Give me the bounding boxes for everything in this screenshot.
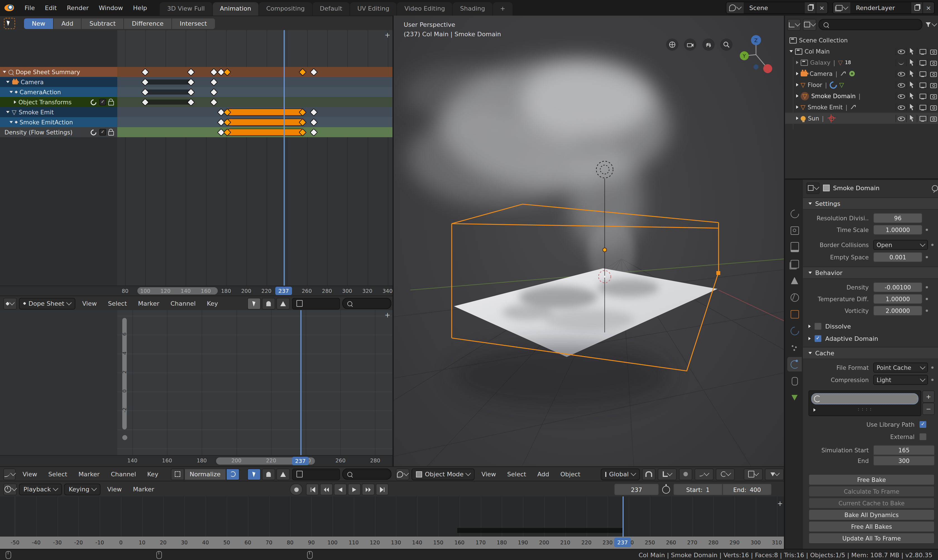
simulation-end-field[interactable]: 300 <box>873 456 935 466</box>
tab-render[interactable] <box>787 223 802 238</box>
add-icon[interactable]: + <box>777 500 783 508</box>
section-settings[interactable]: Settings <box>803 197 938 210</box>
selectable-icon[interactable] <box>908 92 915 100</box>
animate-dot[interactable] <box>931 366 933 369</box>
normalize-button[interactable]: Normalize <box>184 468 226 480</box>
animate-dot[interactable] <box>926 256 928 258</box>
animate-dot[interactable] <box>926 286 928 288</box>
animate-dot[interactable] <box>931 244 933 246</box>
current-cache-to-bake-button[interactable]: Current Cache to Bake <box>808 497 935 509</box>
keyframe[interactable] <box>210 78 218 86</box>
cache-add-button[interactable]: + <box>923 391 935 403</box>
zoom-handle[interactable] <box>122 435 127 440</box>
disclosure-icon[interactable] <box>808 325 811 328</box>
calculate-to-frame-button[interactable]: Calculate To Frame <box>808 486 935 497</box>
snap-toggle[interactable] <box>642 468 656 480</box>
disclosure-icon[interactable] <box>14 100 16 104</box>
hide-icon[interactable] <box>898 70 905 77</box>
compression-dropdown[interactable]: Light <box>873 375 928 385</box>
hide-icon[interactable] <box>898 81 905 88</box>
menu-view[interactable]: View <box>477 471 501 478</box>
channel-smoke-emit-action[interactable]: Smoke EmitAction <box>0 117 117 127</box>
tab-3d-view-full[interactable]: 3D View Full <box>160 2 212 15</box>
view-layer-selector[interactable]: RenderLayer × <box>833 2 935 14</box>
menu-marker[interactable]: Marker <box>134 300 164 307</box>
disclosure-icon[interactable] <box>813 408 816 412</box>
tab-output[interactable] <box>787 240 802 254</box>
frame-end-field[interactable]: End: 400 <box>722 484 771 495</box>
tool-intersect-button[interactable]: Intersect <box>172 18 215 29</box>
tool-new-button[interactable]: New <box>24 18 54 29</box>
tab-video-editing[interactable]: Video Editing <box>397 2 452 15</box>
editor-type-button[interactable] <box>396 468 409 480</box>
outliner-row-scene-collection[interactable]: Scene Collection <box>785 35 938 46</box>
disclosure-icon[interactable] <box>3 71 6 73</box>
menu-help[interactable]: Help <box>128 4 152 11</box>
jump-to-end-button[interactable] <box>376 484 389 495</box>
editor-type-button[interactable] <box>3 298 17 309</box>
render-disable-icon[interactable] <box>929 92 936 100</box>
free-bake-button[interactable]: Free Bake <box>808 474 935 485</box>
playhead[interactable] <box>284 30 284 286</box>
tab-view-layer[interactable] <box>787 257 802 271</box>
viewport-disable-icon[interactable] <box>919 92 926 100</box>
keyframe[interactable] <box>223 68 231 76</box>
outliner-row-galaxy[interactable]: Galaxy | ▽ 18 <box>785 57 938 68</box>
add-icon[interactable]: + <box>385 311 390 319</box>
keyframe[interactable] <box>310 108 318 116</box>
playhead[interactable] <box>623 496 623 537</box>
disclosure-icon[interactable] <box>9 121 13 123</box>
use-library-path-checkbox[interactable]: ✓ <box>919 420 927 428</box>
keyframe[interactable] <box>310 118 318 126</box>
temperature-field[interactable]: 1.00000 <box>873 294 923 304</box>
menu-add[interactable]: Add <box>533 471 554 478</box>
viewport-disable-icon[interactable] <box>919 115 926 122</box>
render-disable-icon[interactable] <box>929 81 936 88</box>
timeline-editor[interactable] <box>0 496 784 537</box>
animate-dot[interactable] <box>926 309 928 312</box>
ghost-toggle[interactable] <box>262 468 275 480</box>
render-disable-icon[interactable] <box>929 70 936 77</box>
disclosure-icon[interactable] <box>796 105 798 109</box>
snapping-pivot-dropdown[interactable] <box>716 468 735 480</box>
menu-channel[interactable]: Channel <box>106 471 140 478</box>
tab-tool[interactable] <box>787 206 802 221</box>
section-behavior[interactable]: Behavior <box>803 267 938 279</box>
menu-edit[interactable]: Edit <box>40 4 62 11</box>
menu-select[interactable]: Select <box>44 471 72 478</box>
gizmo-x-axis[interactable] <box>763 64 772 73</box>
density-field[interactable]: -0.00100 <box>873 282 923 292</box>
channel-camera[interactable]: Camera <box>0 77 117 87</box>
hide-icon[interactable] <box>898 48 905 55</box>
selectable-icon[interactable] <box>908 103 915 111</box>
proportional-editing-toggle[interactable] <box>679 468 692 480</box>
gizmo-negative-z[interactable] <box>753 65 759 69</box>
external-checkbox[interactable] <box>919 433 927 441</box>
border-collisions-dropdown[interactable]: Open <box>873 240 928 250</box>
render-disable-icon[interactable] <box>929 59 936 66</box>
editor-type-button[interactable] <box>3 483 17 495</box>
menu-select[interactable]: Select <box>503 471 531 478</box>
editor-type-button[interactable] <box>787 19 801 31</box>
playback-dropdown[interactable]: Playback <box>19 483 62 495</box>
error-filter-toggle[interactable] <box>276 298 290 309</box>
search-input[interactable] <box>342 469 391 480</box>
channel-smoke-emit[interactable]: ▽ Smoke Emit <box>0 107 117 117</box>
add-icon[interactable]: + <box>385 31 390 39</box>
tab-shading[interactable]: Shading <box>453 2 492 15</box>
3d-viewport[interactable]: User Perspective (237) Col Main | Smoke … <box>392 15 785 466</box>
disclosure-icon[interactable] <box>796 72 798 75</box>
camera-view-button[interactable] <box>684 38 696 51</box>
render-disable-icon[interactable] <box>929 115 936 122</box>
disclosure-icon[interactable] <box>796 61 798 64</box>
update-all-to-frame-button[interactable]: Update All To Frame <box>808 533 935 544</box>
keyframe[interactable] <box>210 98 218 106</box>
tool-subtract-button[interactable]: Subtract <box>82 18 124 29</box>
vorticity-field[interactable]: 2.00000 <box>873 306 923 316</box>
keyframe[interactable] <box>310 129 318 136</box>
play-button[interactable] <box>348 484 361 495</box>
section-cache[interactable]: Cache <box>803 347 938 359</box>
outliner-row-col-main[interactable]: Col Main <box>785 46 938 57</box>
keyframe[interactable] <box>310 68 318 76</box>
menu-channel[interactable]: Channel <box>166 300 200 307</box>
